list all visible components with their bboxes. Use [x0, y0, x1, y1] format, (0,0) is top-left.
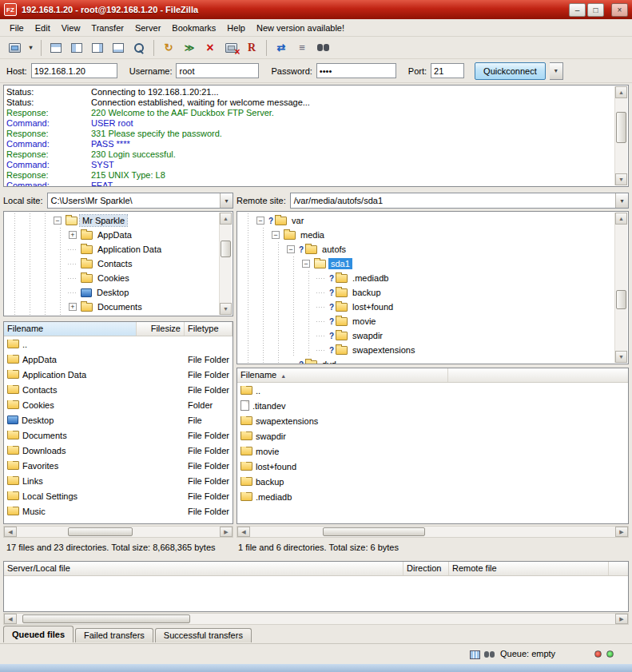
tree-expander[interactable]: +	[68, 314, 81, 316]
site-manager-icon[interactable]	[5, 39, 24, 57]
scroll-down-icon[interactable]: ▼	[615, 351, 627, 363]
column-header-filename[interactable]: Filename▲	[237, 368, 448, 382]
tree-node[interactable]: −?var	[240, 213, 628, 228]
local-tree-scrollbar[interactable]: ▲▼	[219, 213, 232, 315]
tree-label[interactable]: AppData	[95, 229, 134, 241]
find-files-icon[interactable]	[313, 39, 332, 57]
file-row[interactable]: DesktopFile	[4, 412, 233, 427]
tree-label[interactable]: movie	[350, 316, 378, 327]
scroll-up-icon[interactable]: ▲	[615, 86, 627, 98]
tree-node[interactable]: ?swapextensions	[240, 343, 628, 357]
queue-hscrollbar[interactable]: ◀▶	[3, 613, 629, 625]
tree-node[interactable]: Contacts	[7, 256, 233, 271]
directory-comparison-icon[interactable]: ⇄	[272, 39, 291, 57]
tree-label[interactable]: Downloads	[95, 316, 143, 316]
tree-node[interactable]: +Documents	[7, 300, 233, 314]
scroll-right-icon[interactable]: ▶	[615, 614, 628, 624]
tree-label[interactable]: Desktop	[94, 287, 131, 298]
menu-item-edit[interactable]: Edit	[30, 21, 56, 35]
file-row[interactable]: swapextensions	[237, 413, 628, 428]
file-row[interactable]: lost+found	[237, 459, 628, 474]
toggle-queue-icon[interactable]	[109, 39, 128, 57]
log-scrollbar[interactable]: ▲▼	[614, 86, 627, 185]
toggle-message-log-icon[interactable]	[46, 39, 66, 57]
username-input[interactable]	[176, 63, 259, 78]
scroll-left-icon[interactable]: ◀	[4, 527, 17, 537]
file-row[interactable]: swapdir	[237, 428, 628, 443]
window-resize-edge[interactable]	[0, 664, 632, 672]
tree-node[interactable]: ?movie	[240, 314, 628, 328]
tree-node[interactable]: −Mr Sparkle	[7, 213, 233, 228]
tree-node[interactable]: +AppData	[7, 228, 233, 242]
port-input[interactable]	[431, 63, 464, 78]
file-row[interactable]: .mediadb	[237, 489, 628, 504]
menu-item-new-version-available[interactable]: New version available!	[251, 21, 350, 35]
tab-successful-transfers[interactable]: Successful transfers	[155, 628, 252, 642]
file-row[interactable]: MusicFile Folder	[4, 503, 233, 519]
tree-expander[interactable]: −	[53, 213, 66, 228]
scroll-thumb[interactable]	[68, 527, 133, 536]
quickconnect-button[interactable]: Quickconnect	[475, 62, 546, 80]
tree-node[interactable]: ?.mediadb	[240, 271, 628, 285]
scroll-thumb[interactable]	[221, 241, 231, 258]
tab-queued-files[interactable]: Queued files	[3, 626, 74, 642]
scroll-thumb[interactable]	[616, 290, 626, 309]
reconnect-icon[interactable]: R	[242, 39, 261, 57]
menu-item-bookmarks[interactable]: Bookmarks	[166, 21, 221, 35]
tree-node[interactable]: −?autofs	[240, 242, 628, 256]
column-header-server-local-file[interactable]: Server/Local file	[4, 562, 403, 575]
menu-item-transfer[interactable]: Transfer	[85, 21, 129, 35]
cancel-icon[interactable]: ×	[201, 39, 220, 57]
column-header-filetype[interactable]: Filetype	[185, 322, 233, 336]
tab-failed-transfers[interactable]: Failed transfers	[75, 628, 153, 642]
disconnect-icon[interactable]	[221, 39, 240, 57]
tree-label[interactable]: Documents	[95, 301, 145, 312]
tree-node[interactable]: Application Data	[7, 242, 233, 256]
scroll-thumb[interactable]	[323, 527, 425, 536]
remote-site-combo[interactable]: /var/media/autofs/sda1 ▾	[290, 193, 629, 209]
file-row[interactable]: AppDataFile Folder	[4, 352, 233, 367]
scroll-thumb[interactable]	[22, 614, 190, 623]
local-site-combo[interactable]: C:\Users\Mr Sparkle\ ▾	[47, 193, 233, 209]
quickconnect-dropdown-button[interactable]: ▾	[550, 62, 563, 80]
scroll-down-icon[interactable]: ▼	[220, 303, 232, 315]
tree-node[interactable]: ?swapdir	[240, 328, 628, 343]
tree-expander[interactable]: −	[301, 256, 314, 271]
file-row[interactable]: movie	[237, 443, 628, 459]
close-button[interactable]: ×	[611, 3, 628, 17]
menu-item-help[interactable]: Help	[221, 21, 251, 35]
file-row[interactable]: ..	[4, 336, 233, 352]
tree-expander[interactable]: −	[271, 228, 284, 242]
toggle-local-tree-icon[interactable]	[67, 39, 86, 57]
menu-item-server[interactable]: Server	[129, 21, 166, 35]
tree-node[interactable]: ?backup	[240, 285, 628, 300]
tree-label[interactable]: swapextensions	[350, 344, 417, 356]
tree-node[interactable]: Cookies	[7, 271, 233, 285]
title-bar[interactable]: FZ 192.168.1.20 - root@192.168.1.20 - Fi…	[0, 0, 632, 19]
tree-node[interactable]: Desktop	[7, 285, 233, 300]
tree-label[interactable]: dvd	[320, 359, 339, 364]
scroll-thumb[interactable]	[616, 112, 626, 143]
file-row[interactable]: ContactsFile Folder	[4, 382, 233, 397]
column-header-filename[interactable]: Filename	[4, 322, 137, 336]
file-row[interactable]: Local SettingsFile Folder	[4, 488, 233, 503]
file-row[interactable]: backup	[237, 474, 628, 489]
tree-label[interactable]: sda1	[328, 258, 352, 269]
tree-label[interactable]: autofs	[320, 244, 348, 255]
column-header-filesize[interactable]: Filesize	[137, 322, 185, 336]
file-row[interactable]: .titandev	[237, 398, 628, 413]
combo-dropdown-icon[interactable]: ▾	[615, 193, 628, 208]
site-manager-dropdown-icon[interactable]: ▾	[26, 39, 36, 57]
tree-node[interactable]: −media	[240, 228, 628, 242]
tree-label[interactable]: backup	[350, 287, 383, 298]
minimize-button[interactable]: –	[569, 3, 586, 17]
host-input[interactable]	[31, 63, 117, 78]
tree-label[interactable]: Contacts	[95, 258, 134, 269]
scroll-right-icon[interactable]: ▶	[615, 527, 628, 537]
scroll-down-icon[interactable]: ▼	[615, 173, 627, 185]
tree-expander[interactable]: +	[68, 300, 81, 314]
menu-item-file[interactable]: File	[4, 21, 30, 35]
scroll-up-icon[interactable]: ▲	[220, 213, 232, 225]
tree-node[interactable]: −sda1	[240, 256, 628, 271]
toggle-remote-tree-icon[interactable]	[88, 39, 107, 57]
